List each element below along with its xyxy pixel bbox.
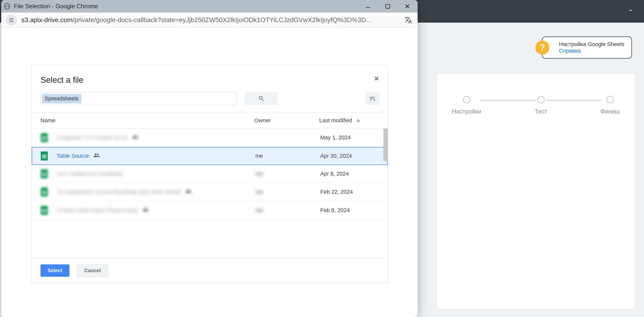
file-owner: me [255, 153, 320, 159]
select-button[interactable]: Select [41, 264, 69, 277]
shared-icon [142, 206, 149, 214]
file-picker-dialog: Select a file ✕ Spreadsheets Name Owner … [31, 65, 388, 283]
step-circle-icon [463, 96, 470, 103]
maximize-icon[interactable] [385, 4, 390, 9]
step-finish[interactable]: Финиш [600, 96, 620, 115]
file-name: Table Source [57, 153, 89, 159]
file-row[interactable]: Тестирование систем RoadMap apix-drive н… [32, 183, 388, 201]
file-modified: Apr 8, 2024 [320, 171, 349, 177]
step-settings[interactable]: Настройки [452, 96, 481, 115]
sheets-icon [41, 170, 48, 178]
picker-title: Select a file [41, 75, 84, 85]
search-button[interactable] [245, 93, 277, 105]
file-name: Создание YTU Новая почта [57, 134, 128, 141]
filter-chip[interactable]: Spreadsheets [42, 94, 81, 103]
svg-rect-3 [11, 19, 13, 19]
wizard-panel: Настройки Тест Финиш [436, 73, 635, 309]
svg-rect-1 [386, 4, 390, 8]
svg-rect-0 [366, 7, 370, 8]
minimize-icon[interactable] [365, 4, 371, 9]
chrome-body: Select a file ✕ Spreadsheets Name Owner … [1, 28, 418, 317]
stepper: Настройки Тест Финиш [452, 96, 620, 115]
svg-point-4 [12, 21, 13, 22]
shared-icon [93, 152, 100, 160]
file-modified: May 1, 2024 [320, 134, 351, 141]
sheets-icon [41, 188, 48, 196]
column-owner[interactable]: Owner [254, 117, 319, 124]
file-row[interactable]: Contact Information (Responses) me Feb 8… [32, 201, 388, 220]
url-text[interactable]: s3.apix-drive.com/private/google-docs-ca… [21, 16, 399, 24]
search-input[interactable]: Spreadsheets [41, 92, 237, 105]
file-name: Тестирование систем RoadMap apix-drive н… [57, 189, 181, 195]
svg-rect-5 [10, 21, 12, 22]
step-test[interactable]: Тест [535, 96, 547, 115]
step-circle-icon [606, 96, 614, 103]
file-list: Создание YTU Новая почта May 1, 2024 Tab… [32, 129, 388, 258]
sheets-icon [41, 207, 48, 214]
cancel-button[interactable]: Cancel [77, 264, 108, 277]
sheets-icon [41, 134, 48, 141]
svg-point-2 [10, 18, 11, 20]
step-circle-icon [537, 96, 545, 103]
close-icon[interactable] [405, 4, 410, 9]
picker-close-icon[interactable]: ✕ [374, 75, 379, 82]
url-bar[interactable]: s3.apix-drive.com/private/google-docs-ca… [1, 13, 418, 28]
file-modified: Feb 22, 2024 [320, 189, 353, 195]
chrome-popup-window: File Selection - Google Chrome s3.apix-d… [1, 0, 418, 317]
file-name: Contact Information (Responses) [57, 207, 138, 214]
sheets-icon [41, 152, 48, 160]
site-settings-icon[interactable] [6, 15, 17, 26]
file-name: Тест Нейросети RoadMap [57, 171, 123, 177]
help-card: ? Настройка Google Sheets Справка [542, 36, 632, 59]
file-row[interactable]: Создание YTU Новая почта May 1, 2024 [32, 129, 388, 147]
globe-icon [4, 3, 10, 10]
chevron-down-icon[interactable] [627, 7, 634, 15]
help-link[interactable]: Справка [559, 48, 624, 54]
titlebar: File Selection - Google Chrome [1, 0, 418, 13]
file-row[interactable]: Table Source me Apr 30, 2024 [32, 147, 388, 165]
file-owner: me [255, 171, 320, 177]
translate-icon[interactable] [404, 15, 413, 25]
sort-button[interactable] [366, 93, 379, 105]
file-modified: Apr 30, 2024 [320, 153, 352, 159]
help-icon[interactable]: ? [535, 41, 549, 55]
file-modified: Feb 8, 2024 [320, 207, 350, 214]
file-row[interactable]: Тест Нейросети RoadMap me Apr 8, 2024 [32, 165, 388, 183]
column-name[interactable]: Name [41, 117, 254, 124]
shared-icon [132, 134, 139, 142]
file-owner: me [255, 189, 320, 195]
column-modified[interactable]: Last modified [319, 117, 379, 124]
scrollbar-thumb[interactable] [383, 129, 388, 161]
table-header: Name Owner Last modified [32, 112, 388, 129]
shared-icon [185, 188, 192, 196]
file-owner: me [255, 207, 320, 214]
window-title: File Selection - Google Chrome [14, 3, 362, 10]
help-title: Настройка Google Sheets [559, 41, 624, 48]
